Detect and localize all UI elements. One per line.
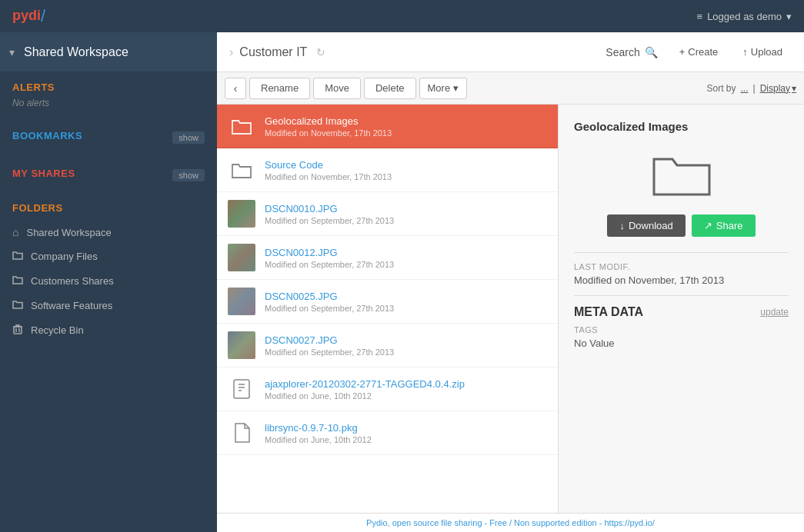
last-modif-label: LAST MODIF.	[574, 262, 789, 271]
last-modif-value: Modified on November, 17th 2013	[574, 274, 789, 286]
svg-rect-0	[14, 327, 22, 334]
myshares-row: My Shares show	[12, 165, 205, 190]
file-item-dscn0025[interactable]: DSCN0025.JPG Modified on September, 27th…	[217, 280, 558, 324]
meta-data-header: META DATA update	[574, 305, 789, 319]
display-chevron-icon: ▾	[792, 83, 796, 94]
thumb-dscn0012	[228, 244, 255, 271]
file-item-ajaxplorer-zip[interactable]: ajaxplorer-20120302-2771-TAGGED4.0.4.zip…	[217, 367, 558, 411]
divider	[574, 295, 789, 296]
file-list: Geolocalized Images Modified on November…	[217, 105, 559, 513]
refresh-icon[interactable]: ↻	[316, 46, 325, 58]
file-panel: Geolocalized Images Modified on November…	[217, 105, 804, 513]
file-name: Source Code	[265, 159, 547, 171]
move-button[interactable]: Move	[313, 78, 361, 99]
upload-icon: ↑	[742, 46, 748, 58]
file-info: DSCN0025.JPG Modified on September, 27th…	[265, 291, 547, 313]
sidebar-item-software-features[interactable]: Software Features	[3, 294, 214, 318]
sidebar-item-label: Company Files	[31, 251, 98, 262]
download-label: Download	[629, 220, 673, 231]
bookmarks-title: Bookmarks	[12, 130, 82, 141]
footer-text[interactable]: Pydio, open source file sharing - Free /…	[366, 518, 655, 527]
file-item-dscn0012[interactable]: DSCN0012.JPG Modified on September, 27th…	[217, 236, 558, 280]
folders-section: Folders	[0, 193, 217, 220]
file-modified: Modified on November, 17th 2013	[265, 128, 547, 138]
sidebar-item-company-files[interactable]: Company Files	[3, 244, 214, 268]
upload-button[interactable]: ↑ Upload	[733, 42, 792, 62]
file-info: Source Code Modified on November, 17th 2…	[265, 159, 547, 181]
detail-title: Geolocalized Images	[574, 120, 789, 133]
tags-value: No Value	[574, 337, 789, 349]
more-label: More	[428, 82, 451, 94]
sidebar: ▾ Shared Workspace Alerts No alerts Book…	[0, 32, 217, 532]
sidebar-item-shared-workspace[interactable]: ⌂ Shared Workspace	[3, 221, 214, 244]
more-button[interactable]: More ▾	[419, 78, 468, 99]
archive-icon	[228, 375, 255, 403]
display-label: Display	[760, 83, 790, 94]
search-button[interactable]: Search 🔍	[599, 43, 663, 62]
folder-icon	[228, 112, 255, 140]
alerts-section: Alerts No alerts	[0, 72, 217, 118]
file-icon	[228, 419, 255, 447]
sidebar-item-customers-shares[interactable]: Customers Shares	[3, 269, 214, 293]
file-modified: Modified on June, 10th 2012	[265, 435, 547, 444]
sort-button[interactable]: ...	[741, 83, 749, 94]
share-label: Share	[716, 220, 743, 231]
file-name: DSCN0012.JPG	[265, 247, 547, 258]
file-item-source-code[interactable]: Source Code Modified on November, 17th 2…	[217, 148, 558, 192]
breadcrumb[interactable]: Customer IT	[239, 45, 307, 59]
bookmarks-row: Bookmarks show	[12, 127, 205, 152]
topbar: pydi/ ≡ Logged as demo ▾	[0, 0, 804, 32]
share-button[interactable]: ↗ Share	[692, 214, 756, 237]
sort-label: Sort by	[706, 83, 736, 94]
file-item-dscn0027[interactable]: DSCN0027.JPG Modified on September, 27th…	[217, 324, 558, 367]
download-icon: ↓	[619, 220, 625, 231]
file-info: DSCN0027.JPG Modified on September, 27th…	[265, 334, 547, 357]
svg-rect-3	[234, 380, 249, 398]
sidebar-item-recycle-bin[interactable]: Recycle Bin	[3, 318, 214, 342]
image-thumbnail	[228, 288, 255, 315]
download-button[interactable]: ↓ Download	[607, 214, 685, 237]
myshares-show-button[interactable]: show	[172, 169, 205, 181]
hamburger-icon: ≡	[697, 11, 703, 22]
file-item-librsync-pkg[interactable]: librsync-0.9.7-10.pkg Modified on June, …	[217, 411, 558, 455]
search-icon: 🔍	[645, 46, 658, 58]
file-modified: Modified on September, 27th 2013	[265, 260, 547, 269]
file-modified: Modified on September, 27th 2013	[265, 304, 547, 313]
no-alerts-text: No alerts	[12, 96, 205, 115]
file-item-geolocalized-images[interactable]: Geolocalized Images Modified on November…	[217, 105, 558, 148]
toolbar-separator: |	[753, 83, 756, 94]
create-plus-icon: +	[679, 46, 686, 58]
create-button[interactable]: + Create	[670, 42, 728, 62]
display-button[interactable]: Display ▾	[760, 83, 796, 94]
folder-icon	[12, 299, 23, 312]
image-thumbnail	[228, 244, 255, 271]
myshares-section: My Shares show	[0, 155, 217, 193]
file-modified: Modified on June, 10th 2012	[265, 391, 547, 401]
sidebar-item-label: Shared Workspace	[26, 227, 111, 238]
file-name: DSCN0010.JPG	[265, 203, 547, 214]
myshares-title: My Shares	[12, 168, 75, 179]
tags-label: TAGS	[574, 325, 789, 334]
sidebar-toggle-button[interactable]: ▾	[9, 46, 15, 58]
update-link[interactable]: update	[760, 307, 789, 318]
folders-title: Folders	[12, 202, 205, 214]
divider	[574, 252, 789, 253]
back-button[interactable]: ‹	[225, 78, 246, 99]
user-menu[interactable]: ≡ Logged as demo ▾	[697, 11, 792, 22]
file-name: ajaxplorer-20120302-2771-TAGGED4.0.4.zip	[265, 378, 547, 390]
bookmarks-show-button[interactable]: show	[172, 131, 205, 144]
thumb-dscn0010	[228, 200, 255, 228]
delete-button[interactable]: Delete	[364, 78, 416, 99]
sidebar-header: ▾ Shared Workspace	[0, 32, 217, 72]
file-name: DSCN0025.JPG	[265, 291, 547, 302]
create-label: Create	[688, 46, 718, 58]
file-modified: Modified on September, 27th 2013	[265, 347, 547, 357]
thumb-dscn0027	[228, 331, 255, 359]
rename-button[interactable]: Rename	[249, 78, 310, 99]
folder-icon	[12, 250, 23, 263]
alerts-title: Alerts	[12, 81, 205, 93]
user-chevron-icon: ▾	[786, 11, 792, 22]
file-item-dscn0010[interactable]: DSCN0010.JPG Modified on September, 27th…	[217, 192, 558, 236]
folder-icon	[12, 274, 23, 288]
logo: pydi/	[12, 6, 45, 26]
